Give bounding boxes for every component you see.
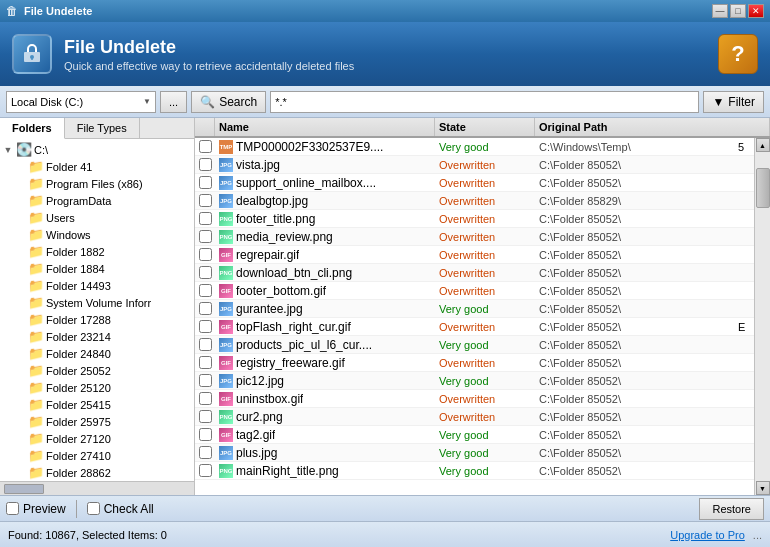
table-row[interactable]: JPG products_pic_ul_l6_cur.... Very good… [195, 336, 754, 354]
scrollbar-thumb[interactable] [756, 168, 770, 208]
table-row[interactable]: GIF regrepair.gif OverwrittenC:\Folder 8… [195, 246, 754, 264]
row-checkbox-cell[interactable] [195, 426, 215, 443]
maximize-button[interactable]: □ [730, 4, 746, 18]
tree-expand-icon[interactable] [14, 314, 26, 326]
tree-expand-icon[interactable] [14, 195, 26, 207]
tree-expand-icon[interactable] [14, 246, 26, 258]
row-checkbox-cell[interactable] [195, 462, 215, 479]
row-checkbox-cell[interactable] [195, 246, 215, 263]
row-checkbox[interactable] [199, 338, 212, 351]
table-row[interactable]: PNG footer_title.png OverwrittenC:\Folde… [195, 210, 754, 228]
row-checkbox[interactable] [199, 356, 212, 369]
tree-expand-icon[interactable] [14, 450, 26, 462]
row-checkbox-cell[interactable] [195, 156, 215, 173]
row-checkbox[interactable] [199, 194, 212, 207]
col-header-path[interactable]: Original Path [535, 118, 770, 136]
check-all-checkbox[interactable] [87, 502, 100, 515]
tab-folders[interactable]: Folders [0, 118, 65, 139]
row-checkbox-cell[interactable] [195, 372, 215, 389]
tree-expand-icon[interactable] [14, 229, 26, 241]
filter-input[interactable] [270, 91, 699, 113]
table-row[interactable]: GIF uninstbox.gif OverwrittenC:\Folder 8… [195, 390, 754, 408]
row-checkbox-cell[interactable] [195, 444, 215, 461]
row-checkbox-cell[interactable] [195, 174, 215, 191]
table-row[interactable]: JPG gurantee.jpg Very goodC:\Folder 8505… [195, 300, 754, 318]
tree-expand-icon[interactable] [14, 399, 26, 411]
filter-button[interactable]: ▼ Filter [703, 91, 764, 113]
tree-item[interactable]: 📁Folder 27410 [0, 447, 194, 464]
tree-expand-icon[interactable] [14, 348, 26, 360]
minimize-button[interactable]: — [712, 4, 728, 18]
drive-selector[interactable]: Local Disk (C:) ▼ [6, 91, 156, 113]
tree-expand-icon[interactable]: ▼ [2, 144, 14, 156]
row-checkbox[interactable] [199, 320, 212, 333]
table-row[interactable]: GIF tag2.gif Very goodC:\Folder 85052\ [195, 426, 754, 444]
tree-item[interactable]: 📁Folder 28862 [0, 464, 194, 481]
row-checkbox-cell[interactable] [195, 300, 215, 317]
table-row[interactable]: PNG cur2.png OverwrittenC:\Folder 85052\ [195, 408, 754, 426]
help-button[interactable]: ? [718, 34, 758, 74]
tree-expand-icon[interactable] [14, 297, 26, 309]
tree-item[interactable]: 📁Folder 14493 [0, 277, 194, 294]
table-row[interactable]: GIF footer_bottom.gif OverwrittenC:\Fold… [195, 282, 754, 300]
row-checkbox-cell[interactable] [195, 390, 215, 407]
tree-item[interactable]: 📁Program Files (x86) [0, 175, 194, 192]
search-button[interactable]: 🔍 Search [191, 91, 266, 113]
tab-file-types[interactable]: File Types [65, 118, 140, 138]
table-row[interactable]: PNG mainRight_title.png Very goodC:\Fold… [195, 462, 754, 480]
tree-expand-icon[interactable] [14, 433, 26, 445]
tree-item[interactable]: 📁Folder 23214 [0, 328, 194, 345]
row-checkbox[interactable] [199, 140, 212, 153]
tree-expand-icon[interactable] [14, 382, 26, 394]
tree-item[interactable]: 📁Windows [0, 226, 194, 243]
table-row[interactable]: PNG media_review.png OverwrittenC:\Folde… [195, 228, 754, 246]
row-checkbox[interactable] [199, 464, 212, 477]
tree-expand-icon[interactable] [14, 263, 26, 275]
tree-expand-icon[interactable] [14, 331, 26, 343]
row-checkbox[interactable] [199, 446, 212, 459]
row-checkbox-cell[interactable] [195, 264, 215, 281]
row-checkbox[interactable] [199, 230, 212, 243]
table-row[interactable]: GIF topFlash_right_cur.gif OverwrittenC:… [195, 318, 754, 336]
table-row[interactable]: JPG pic12.jpg Very goodC:\Folder 85052\ [195, 372, 754, 390]
tree-expand-icon[interactable] [14, 416, 26, 428]
tree-item[interactable]: 📁Folder 41 [0, 158, 194, 175]
table-row[interactable]: PNG download_btn_cli.png OverwrittenC:\F… [195, 264, 754, 282]
tree-item[interactable]: 📁Folder 1882 [0, 243, 194, 260]
row-checkbox[interactable] [199, 212, 212, 225]
upgrade-link[interactable]: Upgrade to Pro [670, 529, 745, 541]
table-row[interactable]: JPG plus.jpg Very goodC:\Folder 85052\ [195, 444, 754, 462]
tree-item[interactable]: 📁ProgramData [0, 192, 194, 209]
table-row[interactable]: GIF registry_freeware.gif OverwrittenC:\… [195, 354, 754, 372]
row-checkbox-cell[interactable] [195, 318, 215, 335]
tree-item[interactable]: 📁System Volume Inforr [0, 294, 194, 311]
row-checkbox-cell[interactable] [195, 408, 215, 425]
tree-expand-icon[interactable] [14, 467, 26, 479]
tree-item[interactable]: 📁Folder 27120 [0, 430, 194, 447]
tree-expand-icon[interactable] [14, 365, 26, 377]
row-checkbox[interactable] [199, 158, 212, 171]
table-row[interactable]: JPG dealbgtop.jpg OverwrittenC:\Folder 8… [195, 192, 754, 210]
row-checkbox[interactable] [199, 428, 212, 441]
tree-item[interactable]: 📁Users [0, 209, 194, 226]
file-list-body[interactable]: TMP TMP000002F3302537E9.... Very goodC:\… [195, 138, 754, 495]
table-row[interactable]: JPG support_online_mailbox.... Overwritt… [195, 174, 754, 192]
tree-item[interactable]: 📁Folder 25120 [0, 379, 194, 396]
row-checkbox[interactable] [199, 284, 212, 297]
row-checkbox[interactable] [199, 410, 212, 423]
row-checkbox[interactable] [199, 266, 212, 279]
tree-item[interactable]: 📁Folder 25052 [0, 362, 194, 379]
row-checkbox[interactable] [199, 302, 212, 315]
tree-item[interactable]: 📁Folder 25975 [0, 413, 194, 430]
col-header-name[interactable]: Name [215, 118, 435, 136]
tree-expand-icon[interactable] [14, 212, 26, 224]
close-button[interactable]: ✕ [748, 4, 764, 18]
row-checkbox-cell[interactable] [195, 228, 215, 245]
tree-item[interactable]: 📁Folder 25415 [0, 396, 194, 413]
row-checkbox-cell[interactable] [195, 210, 215, 227]
tree-item[interactable]: 📁Folder 17288 [0, 311, 194, 328]
folder-tree[interactable]: ▼💽C:\ 📁Folder 41 📁Program Files (x86) 📁P… [0, 139, 194, 481]
tree-item[interactable]: 📁Folder 24840 [0, 345, 194, 362]
preview-checkbox[interactable] [6, 502, 19, 515]
tree-item[interactable]: 📁Folder 1884 [0, 260, 194, 277]
